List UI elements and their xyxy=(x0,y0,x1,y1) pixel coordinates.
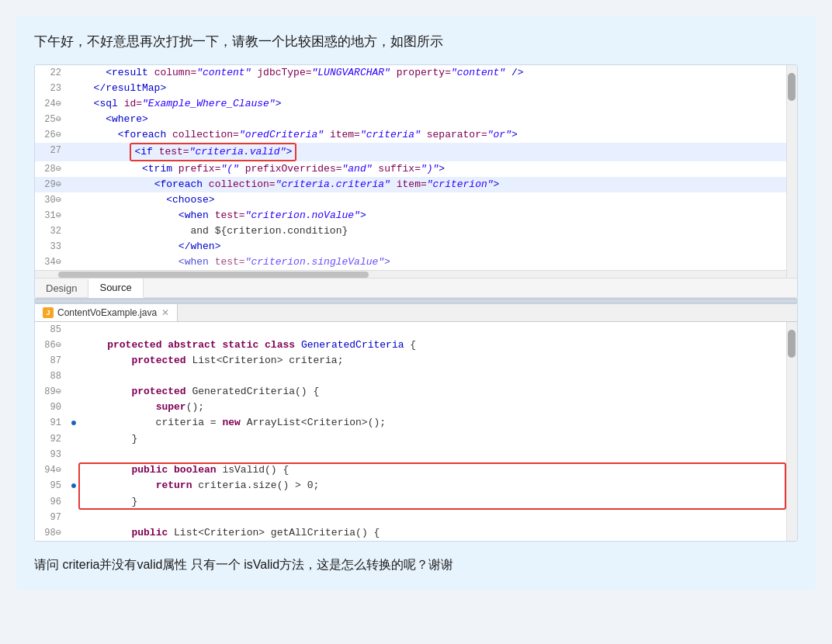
java-code-94: public boolean isValid() { xyxy=(80,462,786,478)
line-num-33: 33 xyxy=(35,239,68,254)
java-line-num-96: 96 xyxy=(35,494,68,510)
java-line-87: 87 protected List<Criterion> criteria; xyxy=(35,353,786,369)
xml-code-lines: 22 <result column="content" jdbcType="LU… xyxy=(35,65,786,270)
line-num-26: 26⊖ xyxy=(35,127,68,143)
xml-line-23: 23 </resultMap> xyxy=(35,81,786,96)
java-code-86: protected abstract static class Generate… xyxy=(80,338,786,353)
java-line-92: 92 } xyxy=(35,431,786,447)
java-line-num-92: 92 xyxy=(35,431,68,447)
java-v-scrollbar-thumb[interactable] xyxy=(788,330,796,358)
java-line-96: 96 } xyxy=(35,494,786,510)
java-file-name: ContentVoExample.java xyxy=(57,307,157,318)
code-content-32: and ${criterion.condition} xyxy=(78,223,786,239)
xml-line-24: 24⊖ <sql id="Example_Where_Clause"> xyxy=(35,96,786,112)
java-v-scrollbar[interactable] xyxy=(786,322,797,541)
java-line-95: 95 ● return criteria.size() > 0; xyxy=(35,478,786,494)
xml-line-33: 33 </when> xyxy=(35,239,786,254)
java-file-close-icon[interactable]: ✕ xyxy=(161,307,169,318)
line-num-24: 24⊖ xyxy=(35,96,68,112)
java-line-num-93: 93 xyxy=(35,447,68,462)
java-code-90: super(); xyxy=(80,400,786,415)
java-gutter-91: ● xyxy=(68,415,80,431)
java-editor-panel: J ContentVoExample.java ✕ 85 86⊖ xyxy=(34,303,798,542)
line-num-23: 23 xyxy=(35,81,68,96)
java-line-num-89: 89⊖ xyxy=(35,384,68,400)
xml-line-27: 27 <if test="criteria.valid"> xyxy=(35,143,786,161)
xml-line-28: 28⊖ <trim prefix="(" prefixOverrides="an… xyxy=(35,161,786,177)
java-line-86: 86⊖ protected abstract static class Gene… xyxy=(35,338,786,353)
xml-h-scrollbar[interactable] xyxy=(35,270,786,278)
java-line-num-95: 95 xyxy=(35,478,68,493)
java-line-85: 85 xyxy=(35,322,786,338)
xml-line-34: 34⊖ <when test="criterion.singleValue"> xyxy=(35,254,786,270)
java-red-box-group: 94⊖ public boolean isValid() { 95 ● retu… xyxy=(35,462,786,510)
xml-line-29: 29⊖ <foreach collection="criteria.criter… xyxy=(35,177,786,192)
line-num-27: 27 xyxy=(35,143,68,158)
xml-line-32: 32 and ${criterion.condition} xyxy=(35,223,786,239)
xml-v-scrollbar-thumb[interactable] xyxy=(788,73,796,101)
java-line-88: 88 xyxy=(35,369,786,384)
line-num-29: 29⊖ xyxy=(35,177,68,192)
java-code-91: criteria = new ArrayList<Criterion>(); xyxy=(80,415,786,431)
java-gutter-95: ● xyxy=(68,478,80,494)
code-content-28: <trim prefix="(" prefixOverrides="and" s… xyxy=(78,161,786,177)
xml-line-31: 31⊖ <when test="criterion.noValue"> xyxy=(35,208,786,223)
line-num-32: 32 xyxy=(35,223,68,239)
java-line-93: 93 xyxy=(35,447,786,462)
code-content-22: <result column="content" jdbcType="LUNGV… xyxy=(78,65,786,81)
xml-h-scrollbar-thumb[interactable] xyxy=(58,272,369,278)
java-code-96: } xyxy=(80,494,786,510)
code-content-30: <choose> xyxy=(78,192,786,208)
java-code-area: 85 86⊖ protected abstract static class G… xyxy=(35,322,786,541)
java-code-95: return criteria.size() > 0; xyxy=(80,478,786,493)
tab-source[interactable]: Source xyxy=(88,279,143,298)
java-line-num-91: 91 xyxy=(35,415,68,431)
file-tab-bar: J ContentVoExample.java ✕ xyxy=(35,304,797,322)
code-content-34: <when test="criterion.singleValue"> xyxy=(78,254,786,270)
line-num-28: 28⊖ xyxy=(35,161,68,177)
java-editor-wrapper: 85 86⊖ protected abstract static class G… xyxy=(35,322,797,541)
java-line-num-86: 86⊖ xyxy=(35,338,68,353)
java-line-89: 89⊖ protected GeneratedCriteria() { xyxy=(35,384,786,400)
xml-line-26: 26⊖ <foreach collection="oredCriteria" i… xyxy=(35,127,786,143)
java-code-89: protected GeneratedCriteria() { xyxy=(80,384,786,400)
tab-design[interactable]: Design xyxy=(35,279,88,297)
java-line-num-94: 94⊖ xyxy=(35,462,68,478)
page-container: 下午好，不好意思再次打扰一下，请教一个比较困惑的地方，如图所示 22 <resu… xyxy=(16,16,816,590)
java-line-91: 91 ● criteria = new ArrayList<Criterion>… xyxy=(35,415,786,431)
xml-line-25: 25⊖ <where> xyxy=(35,112,786,127)
java-file-tab[interactable]: J ContentVoExample.java ✕ xyxy=(35,304,178,321)
java-line-num-85: 85 xyxy=(35,322,68,338)
java-file-icon: J xyxy=(43,307,54,318)
xml-editor-wrapper: 22 <result column="content" jdbcType="LU… xyxy=(35,65,797,278)
java-code-92: } xyxy=(80,431,786,447)
java-line-94: 94⊖ public boolean isValid() { xyxy=(35,462,786,478)
xml-v-scrollbar[interactable] xyxy=(786,65,797,278)
line-num-31: 31⊖ xyxy=(35,208,68,223)
java-line-97: 97 xyxy=(35,510,786,525)
java-line-num-87: 87 xyxy=(35,353,68,369)
code-content-24: <sql id="Example_Where_Clause"> xyxy=(78,96,786,112)
question-top: 下午好，不好意思再次打扰一下，请教一个比较困惑的地方，如图所示 xyxy=(34,31,798,52)
java-line-90: 90 super(); xyxy=(35,400,786,415)
code-content-25: <where> xyxy=(78,112,786,127)
java-code-87: protected List<Criterion> criteria; xyxy=(80,353,786,369)
question-bottom: 请问 criteria并没有valid属性 只有一个 isValid方法，这是怎… xyxy=(34,554,798,575)
line-num-30: 30⊖ xyxy=(35,192,68,208)
line-num-34: 34⊖ xyxy=(35,254,68,270)
xml-editor-panel: 22 <result column="content" jdbcType="LU… xyxy=(34,64,798,299)
java-code-98: public List<Criterion> getAllCriteria() … xyxy=(80,525,786,541)
code-content-23: </resultMap> xyxy=(78,81,786,96)
xml-line-30: 30⊖ <choose> xyxy=(35,192,786,208)
line-num-22: 22 xyxy=(35,65,68,81)
code-content-29: <foreach collection="criteria.criteria" … xyxy=(78,177,786,192)
line-num-25: 25⊖ xyxy=(35,112,68,127)
java-code-lines: 85 86⊖ protected abstract static class G… xyxy=(35,322,786,541)
xml-line-22: 22 <result column="content" jdbcType="LU… xyxy=(35,65,786,81)
code-content-27: <if test="criteria.valid"> xyxy=(78,143,786,161)
code-content-33: </when> xyxy=(78,239,786,254)
code-content-31: <when test="criterion.noValue"> xyxy=(78,208,786,223)
tabs-bar: Design Source xyxy=(35,278,797,298)
xml-code-area: 22 <result column="content" jdbcType="LU… xyxy=(35,65,786,278)
java-line-num-90: 90 xyxy=(35,400,68,415)
